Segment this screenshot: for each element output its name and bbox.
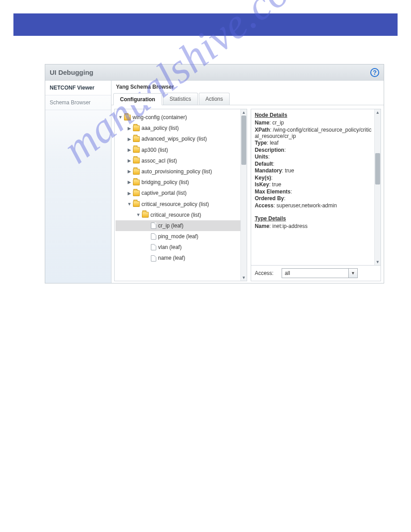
kv-mandatory: Mandatory: true [255, 167, 372, 174]
access-select[interactable]: all ▼ [282, 268, 358, 278]
scroll-down-icon[interactable]: ▼ [241, 275, 247, 281]
node-details: Node Details Name: cr_ip XPath: /wing-co… [251, 109, 381, 265]
detail-panel: Node Details Name: cr_ip XPath: /wing-co… [251, 109, 381, 281]
caret-right-icon[interactable]: ▶ [127, 137, 132, 141]
help-icon[interactable]: ? [370, 68, 379, 77]
kv-access: Access: superuser,network-admin [255, 202, 372, 209]
panel-header: UI Debugging ? [45, 64, 384, 81]
tree-label: cr_ip (leaf) [158, 222, 184, 229]
kv-name: Name: cr_ip [255, 120, 372, 126]
detail-footer: Access: all ▼ [251, 265, 381, 281]
caret-right-icon[interactable]: ▶ [127, 180, 132, 184]
tree-row[interactable]: ▶ap300 (list) [116, 145, 240, 155]
tree-row[interactable]: ▼critical_resource_policy (list) [116, 199, 240, 210]
tree-row-selected[interactable]: ▶cr_ip (leaf) [116, 220, 240, 231]
folder-icon [124, 115, 131, 120]
tree-label: critical_resource (list) [150, 211, 201, 219]
kv-type: Type: leaf [255, 140, 372, 146]
tree-row[interactable]: ▶advanced_wips_policy (list) [116, 133, 240, 144]
folder-icon [133, 180, 140, 185]
tree-row[interactable]: ▶assoc_acl (list) [116, 155, 240, 166]
tree-label: wing-config (container) [133, 114, 187, 121]
type-details-heading: Type Details [255, 215, 372, 222]
folder-icon [133, 201, 140, 207]
tree-row[interactable]: ▶vlan (leaf) [116, 242, 240, 253]
tab-actions[interactable]: Actions [199, 93, 230, 105]
scroll-thumb[interactable] [241, 116, 246, 165]
scroll-up-icon[interactable]: ▲ [375, 109, 381, 116]
tree-row[interactable]: ▶bridging_policy (list) [116, 177, 240, 188]
scroll-down-icon[interactable]: ▼ [375, 259, 381, 265]
tree-label: aaa_policy (list) [141, 124, 179, 132]
folder-icon [133, 169, 140, 175]
file-icon [151, 233, 156, 240]
folder-icon [133, 125, 140, 131]
tree-label: auto_provisioning_policy (list) [141, 168, 212, 175]
tree-label: ap300 (list) [141, 146, 168, 154]
caret-right-icon[interactable]: ▶ [127, 191, 132, 195]
tree-label: name (leaf) [158, 254, 185, 262]
folder-icon [133, 158, 140, 163]
kv-iskey: IsKey: true [255, 181, 372, 188]
tree-label: ping_mode (leaf) [158, 233, 198, 240]
tree-label: critical_resource_policy (list) [141, 201, 209, 208]
kv-description: Description: [255, 147, 372, 153]
tree-panel: ▼wing-config (container) ▶aaa_policy (li… [114, 109, 247, 281]
kv-maxelem: Max Elements: [255, 189, 372, 195]
kv-units: Units: [255, 154, 372, 160]
access-filter-label: Access: [255, 270, 274, 276]
tab-statistics[interactable]: Statistics [163, 93, 198, 105]
page-top-bar [13, 13, 398, 36]
schema-tree[interactable]: ▼wing-config (container) ▶aaa_policy (li… [115, 109, 247, 266]
tabs: Configuration Statistics Actions [111, 93, 384, 105]
detail-scrollbar[interactable]: ▲ ▼ [374, 109, 381, 265]
caret-right-icon[interactable]: ▶ [127, 126, 132, 130]
tree-row[interactable]: ▶captive_portal (list) [116, 188, 240, 198]
tree-row[interactable]: ▼wing-config (container) [116, 112, 240, 123]
node-details-heading: Node Details [255, 112, 372, 118]
folder-icon [133, 136, 140, 142]
left-nav: NETCONF Viewer Schema Browser [45, 81, 111, 283]
chevron-down-icon[interactable]: ▼ [348, 269, 357, 278]
kv-keys: Key(s): [255, 175, 372, 181]
tree-label: captive_portal (list) [141, 189, 187, 197]
tree-label: bridging_policy (list) [141, 179, 189, 186]
tree-row[interactable]: ▼critical_resource (list) [116, 210, 240, 220]
tree-row[interactable]: ▶aaa_policy (list) [116, 123, 240, 133]
tree-label: assoc_acl (list) [141, 157, 177, 164]
tree-label: advanced_wips_policy (list) [141, 135, 207, 142]
folder-icon [133, 147, 140, 153]
nav-item-netconf-viewer[interactable]: NETCONF Viewer [45, 81, 111, 95]
caret-down-icon[interactable]: ▼ [136, 213, 141, 217]
caret-down-icon[interactable]: ▼ [118, 115, 123, 120]
scroll-thumb[interactable] [375, 153, 380, 184]
tree-label: vlan (leaf) [158, 244, 182, 251]
tab-configuration[interactable]: Configuration [113, 93, 162, 105]
scroll-up-icon[interactable]: ▲ [241, 109, 247, 116]
section-title: Yang Schema Browser [111, 81, 384, 93]
file-icon [151, 244, 156, 250]
folder-icon [133, 190, 140, 196]
ui-debugging-panel: UI Debugging ? NETCONF Viewer Schema Bro… [45, 64, 384, 283]
nav-item-schema-browser[interactable]: Schema Browser [45, 95, 111, 110]
tree-row[interactable]: ▶auto_provisioning_policy (list) [116, 166, 240, 177]
kv-td-name: Name: inet:ip-address [255, 223, 372, 229]
kv-ordered: Ordered By: [255, 195, 372, 202]
caret-right-icon[interactable]: ▶ [127, 148, 132, 152]
caret-down-icon[interactable]: ▼ [127, 202, 132, 206]
file-icon [151, 223, 156, 229]
folder-icon [142, 212, 149, 218]
main-area: Yang Schema Browser Configuration Statis… [111, 81, 384, 283]
tree-row[interactable]: ▶ping_mode (leaf) [116, 231, 240, 242]
caret-right-icon[interactable]: ▶ [127, 159, 132, 163]
file-icon [151, 255, 156, 262]
tree-scrollbar[interactable]: ▲ ▼ [240, 109, 247, 281]
tree-row[interactable]: ▶name (leaf) [116, 253, 240, 263]
access-select-value: all [285, 270, 290, 276]
caret-right-icon[interactable]: ▶ [127, 169, 132, 174]
kv-default: Default: [255, 161, 372, 167]
panel-title: UI Debugging [50, 69, 94, 76]
kv-xpath: XPath: /wing-config/critical_resource_po… [255, 127, 372, 139]
